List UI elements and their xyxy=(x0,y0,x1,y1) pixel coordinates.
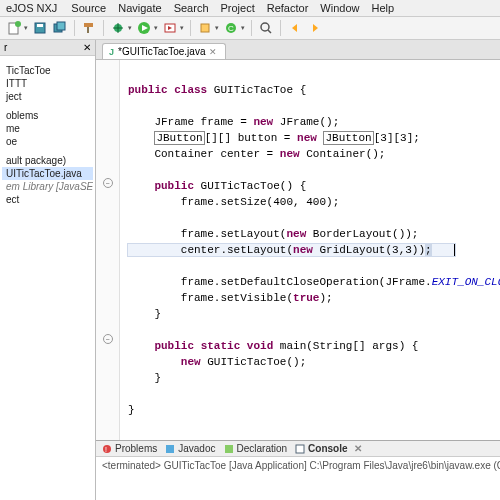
separator xyxy=(190,20,191,36)
svg-line-19 xyxy=(268,30,271,33)
save-icon[interactable] xyxy=(32,20,48,36)
tab-declaration[interactable]: Declaration xyxy=(224,443,288,454)
problems-icon: ! xyxy=(102,444,112,454)
view-title-fragment: r xyxy=(4,42,7,53)
svg-rect-5 xyxy=(57,22,65,30)
svg-text:!: ! xyxy=(105,446,107,453)
svg-text:C: C xyxy=(228,24,234,33)
menu-source[interactable]: Source xyxy=(71,2,106,14)
tree-item[interactable]: TicTacToe xyxy=(2,64,93,77)
svg-rect-6 xyxy=(84,23,93,27)
new-package-icon[interactable] xyxy=(197,20,213,36)
menu-search[interactable]: Search xyxy=(174,2,209,14)
console-status: <terminated> GUITicTacToe [Java Applicat… xyxy=(96,457,500,474)
menu-project[interactable]: Project xyxy=(221,2,255,14)
run-icon[interactable] xyxy=(136,20,152,36)
tab-label: *GUITicTacToe.java xyxy=(118,46,205,57)
declaration-icon xyxy=(224,444,234,454)
menu-refactor[interactable]: Refactor xyxy=(267,2,309,14)
separator xyxy=(251,20,252,36)
menu-window[interactable]: Window xyxy=(320,2,359,14)
debug-icon[interactable] xyxy=(110,20,126,36)
svg-rect-7 xyxy=(87,27,89,33)
package-tree[interactable]: TicTacToe ITTT ject oblems me oe ault pa… xyxy=(0,56,95,208)
package-explorer: r ✕ TicTacToe ITTT ject oblems me oe aul… xyxy=(0,40,96,500)
tab-javadoc[interactable]: Javadoc xyxy=(165,443,215,454)
prev-annotation-icon[interactable] xyxy=(287,20,303,36)
editor-tab-active[interactable]: J *GUITicTacToe.java ✕ xyxy=(102,43,226,59)
svg-point-1 xyxy=(15,21,21,27)
branding-fragment: eJOS NXJ xyxy=(6,2,57,14)
editor-tabbar: J *GUITicTacToe.java ✕ xyxy=(96,40,500,60)
search-icon[interactable] xyxy=(258,20,274,36)
svg-marker-20 xyxy=(292,24,297,32)
chevron-down-icon[interactable]: ▾ xyxy=(154,24,158,32)
chevron-down-icon[interactable]: ▾ xyxy=(128,24,132,32)
javadoc-icon xyxy=(165,444,175,454)
chevron-down-icon[interactable]: ▾ xyxy=(241,24,245,32)
main-toolbar: ▾ ▾ ▾ ▾ ▾ C ▾ xyxy=(0,17,500,40)
chevron-down-icon[interactable]: ▾ xyxy=(180,24,184,32)
svg-rect-3 xyxy=(37,24,43,27)
code-editor[interactable]: − − public class GUITicTacToe { JFrame f… xyxy=(96,60,500,440)
fold-icon[interactable]: − xyxy=(103,334,113,344)
hammer-icon[interactable] xyxy=(81,20,97,36)
svg-rect-25 xyxy=(225,445,233,453)
tab-problems[interactable]: ! Problems xyxy=(102,443,157,454)
bottom-tabs: ! Problems Javadoc Declaration Console ✕ xyxy=(96,441,500,457)
tree-item[interactable]: oe xyxy=(2,135,93,148)
tree-item[interactable]: ect xyxy=(2,193,93,206)
separator xyxy=(74,20,75,36)
editor-gutter[interactable]: − − xyxy=(96,60,120,440)
svg-rect-24 xyxy=(166,445,174,453)
new-icon[interactable] xyxy=(6,20,22,36)
close-icon[interactable]: ✕ xyxy=(83,42,91,53)
tree-item[interactable]: ject xyxy=(2,90,93,103)
svg-rect-26 xyxy=(296,445,304,453)
save-all-icon[interactable] xyxy=(52,20,68,36)
fold-icon[interactable]: − xyxy=(103,178,113,188)
next-annotation-icon[interactable] xyxy=(307,20,323,36)
menu-bar: eJOS NXJ Source Navigate Search Project … xyxy=(0,0,500,17)
chevron-down-icon[interactable]: ▾ xyxy=(215,24,219,32)
main-area: r ✕ TicTacToe ITTT ject oblems me oe aul… xyxy=(0,40,500,500)
separator xyxy=(280,20,281,36)
svg-rect-15 xyxy=(201,24,209,32)
chevron-down-icon[interactable]: ▾ xyxy=(24,24,28,32)
tree-item[interactable]: me xyxy=(2,122,93,135)
package-explorer-header: r ✕ xyxy=(0,40,95,56)
svg-marker-21 xyxy=(313,24,318,32)
svg-point-18 xyxy=(261,23,269,31)
code-content[interactable]: public class GUITicTacToe { JFrame frame… xyxy=(120,60,500,440)
bottom-views: ! Problems Javadoc Declaration Console ✕ xyxy=(96,440,500,500)
console-icon xyxy=(295,444,305,454)
editor-area: J *GUITicTacToe.java ✕ − xyxy=(96,40,500,500)
tree-item-library[interactable]: em Library [JavaSE-1.6] xyxy=(2,180,93,193)
java-file-icon: J xyxy=(109,47,114,57)
menu-navigate[interactable]: Navigate xyxy=(118,2,161,14)
tree-item[interactable]: oblems xyxy=(2,109,93,122)
tree-item-selected[interactable]: UITicTacToe.java xyxy=(2,167,93,180)
new-class-icon[interactable]: C xyxy=(223,20,239,36)
tree-item[interactable]: ITTT xyxy=(2,77,93,90)
tree-item[interactable]: ault package) xyxy=(2,154,93,167)
separator xyxy=(103,20,104,36)
external-tools-icon[interactable] xyxy=(162,20,178,36)
close-icon[interactable]: ✕ xyxy=(354,443,362,454)
menu-help[interactable]: Help xyxy=(371,2,394,14)
close-icon[interactable]: ✕ xyxy=(209,47,217,57)
tab-console[interactable]: Console ✕ xyxy=(295,443,361,454)
